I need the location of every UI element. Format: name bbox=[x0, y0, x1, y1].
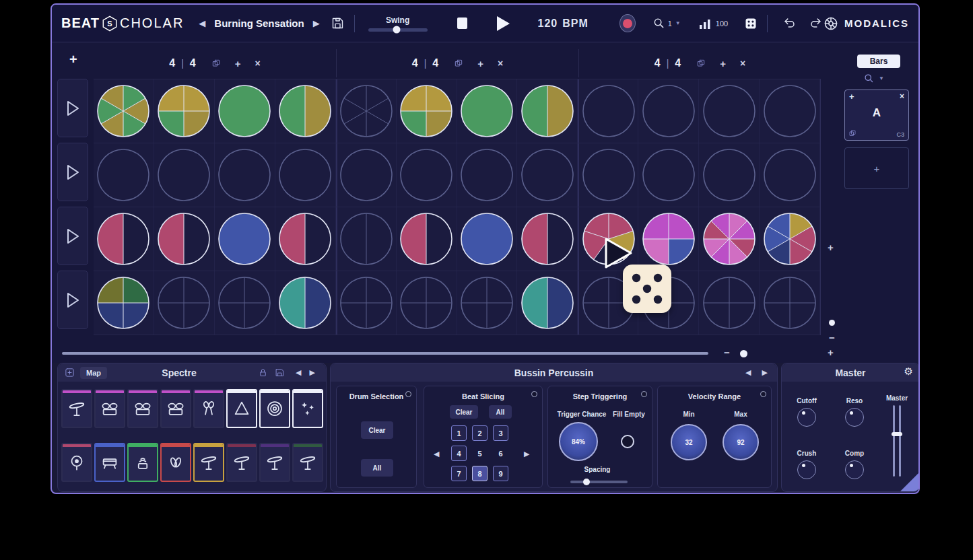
drum-pad-bottom-8-cymbal[interactable] bbox=[292, 443, 323, 482]
pattern-add-icon[interactable]: + bbox=[849, 92, 854, 102]
randomize-button[interactable] bbox=[744, 17, 758, 30]
next-room-button[interactable]: ▶ bbox=[762, 368, 768, 377]
drum-pad-top-8-stars[interactable] bbox=[292, 389, 323, 428]
save-kit-icon[interactable] bbox=[275, 368, 285, 378]
velocity-min-knob[interactable]: 32 bbox=[671, 424, 707, 460]
remove-bar-button[interactable]: × bbox=[498, 58, 503, 69]
time-sig-numerator[interactable]: 4 bbox=[412, 57, 418, 69]
time-sig-numerator[interactable]: 4 bbox=[169, 57, 175, 69]
drum-selection-led[interactable] bbox=[405, 391, 411, 397]
vertical-zoom-handle[interactable] bbox=[829, 320, 835, 326]
horizontal-zoom-out-button[interactable]: − bbox=[724, 347, 730, 358]
beat-slicing-clear-button[interactable]: Clear bbox=[450, 405, 478, 419]
velocity-range-led[interactable] bbox=[760, 391, 766, 397]
map-button[interactable]: Map bbox=[80, 367, 107, 379]
quantize-control[interactable]: 1 ▼ bbox=[653, 18, 681, 29]
beat-cell-r2-c11[interactable] bbox=[699, 143, 760, 207]
drum-pad-top-7-spiral[interactable] bbox=[259, 389, 290, 428]
spacing-slider[interactable] bbox=[570, 481, 628, 483]
beat-cell-r2-c12[interactable] bbox=[760, 143, 820, 207]
drum-pad-bottom-6-cymbal[interactable] bbox=[226, 443, 257, 482]
step-triggering-led[interactable] bbox=[641, 391, 647, 397]
fill-empty-toggle[interactable] bbox=[621, 435, 634, 448]
stop-button[interactable] bbox=[457, 18, 467, 29]
drum-selection-clear-button[interactable]: Clear bbox=[361, 421, 393, 439]
beat-cell-r1-c7[interactable] bbox=[457, 79, 518, 143]
add-beat-button[interactable]: + bbox=[235, 58, 241, 69]
dock-icon[interactable] bbox=[65, 368, 75, 378]
drum-pad-bottom-7-cymbal[interactable] bbox=[259, 443, 290, 482]
beat-cell-r1-c10[interactable] bbox=[638, 79, 699, 143]
beat-cell-r3-c11[interactable] bbox=[699, 207, 760, 271]
drum-pad-top-2-drumkit[interactable] bbox=[94, 389, 125, 428]
beat-cell-r1-c1[interactable] bbox=[94, 79, 154, 143]
vertical-zoom-out-button[interactable]: − bbox=[829, 332, 835, 343]
beat-cell-r1-c8[interactable] bbox=[517, 79, 578, 143]
slice-number-6[interactable]: 6 bbox=[493, 446, 508, 461]
beat-cell-r3-c2[interactable] bbox=[154, 207, 215, 271]
pattern-slot-empty[interactable]: + bbox=[844, 147, 909, 189]
pattern-slot-a[interactable]: + × A C3 bbox=[844, 90, 909, 141]
remove-bar-button[interactable]: × bbox=[255, 58, 261, 69]
drum-pad-bottom-4-clap[interactable] bbox=[160, 443, 191, 482]
beat-cell-r1-c12[interactable] bbox=[760, 79, 820, 143]
beat-cell-r1-c2[interactable] bbox=[154, 79, 215, 143]
row-play-button-3[interactable] bbox=[57, 207, 88, 265]
beat-cell-r2-c1[interactable] bbox=[94, 143, 154, 207]
slice-number-2[interactable]: 2 bbox=[472, 425, 488, 441]
beat-cell-r4-c7[interactable] bbox=[457, 271, 518, 335]
add-row-button[interactable]: + bbox=[69, 52, 77, 67]
beat-cell-r3-c3[interactable] bbox=[215, 207, 275, 271]
play-button[interactable] bbox=[497, 16, 510, 31]
slice-number-9[interactable]: 9 bbox=[493, 466, 508, 481]
beat-cell-r2-c2[interactable] bbox=[154, 143, 215, 207]
beat-cell-r1-c4[interactable] bbox=[275, 79, 336, 143]
beat-cell-r2-c4[interactable] bbox=[275, 143, 336, 207]
drum-pad-bottom-3-hihat[interactable] bbox=[127, 443, 158, 482]
prev-room-button[interactable]: ◀ bbox=[745, 368, 751, 377]
beat-cell-r2-c5[interactable] bbox=[336, 143, 397, 207]
beat-cell-r4-c6[interactable] bbox=[397, 271, 457, 335]
next-kit-button[interactable]: ▶ bbox=[306, 365, 319, 380]
beat-cell-r1-c9[interactable] bbox=[578, 79, 638, 143]
swing-slider[interactable] bbox=[368, 28, 428, 32]
row-play-button-2[interactable] bbox=[57, 143, 88, 201]
copy-bar-icon[interactable] bbox=[454, 59, 463, 68]
drum-pad-top-6-triangle[interactable] bbox=[226, 389, 257, 428]
beat-cell-r3-c9[interactable] bbox=[578, 207, 638, 271]
horizontal-zoom-handle[interactable] bbox=[740, 350, 747, 357]
time-sig-denominator[interactable]: 4 bbox=[675, 57, 681, 69]
drum-pad-top-5-shaker[interactable] bbox=[193, 389, 224, 428]
pattern-remove-icon[interactable]: × bbox=[900, 92, 904, 101]
beat-cell-r4-c8[interactable] bbox=[517, 271, 578, 335]
beat-cell-r1-c6[interactable] bbox=[397, 79, 457, 143]
trigger-chance-knob[interactable]: 84% bbox=[559, 422, 598, 461]
drum-pad-bottom-2-snare[interactable] bbox=[94, 443, 125, 482]
prev-song-button[interactable]: ◀ bbox=[195, 15, 209, 31]
slice-number-7[interactable]: 7 bbox=[451, 466, 467, 481]
slice-number-3[interactable]: 3 bbox=[493, 425, 508, 441]
time-sig-denominator[interactable]: 4 bbox=[432, 57, 438, 69]
prev-kit-button[interactable]: ◀ bbox=[292, 365, 305, 380]
velocity-control[interactable]: 100 bbox=[698, 17, 728, 30]
drum-pad-top-4-drumkit[interactable] bbox=[160, 389, 191, 428]
row-play-button-4[interactable] bbox=[57, 271, 88, 329]
cutoff-knob[interactable] bbox=[797, 408, 816, 427]
beat-cell-r2-c8[interactable] bbox=[517, 143, 578, 207]
slice-number-1[interactable]: 1 bbox=[451, 425, 467, 441]
beat-cell-r3-c1[interactable] bbox=[94, 207, 154, 271]
horizontal-zoom-in-button[interactable]: + bbox=[828, 347, 834, 358]
drum-pad-bottom-5-cymbal[interactable] bbox=[193, 443, 224, 482]
pattern-search-control[interactable]: ▼ bbox=[864, 73, 884, 83]
drum-pad-bottom-1-kick[interactable] bbox=[61, 443, 92, 482]
drum-selection-all-button[interactable]: All bbox=[361, 459, 393, 477]
bpm-display[interactable]: 120 BPM bbox=[538, 18, 589, 30]
reso-knob[interactable] bbox=[845, 408, 864, 427]
beat-cell-r2-c7[interactable] bbox=[457, 143, 518, 207]
vertical-zoom-in-button[interactable]: + bbox=[828, 242, 834, 253]
beat-cell-r3-c12[interactable] bbox=[760, 207, 820, 271]
pattern-copy-icon[interactable] bbox=[848, 129, 857, 137]
drum-pad-top-1-cymbal[interactable] bbox=[61, 389, 92, 428]
bars-button[interactable]: Bars bbox=[857, 55, 900, 68]
swing-slider-handle[interactable] bbox=[393, 26, 400, 34]
